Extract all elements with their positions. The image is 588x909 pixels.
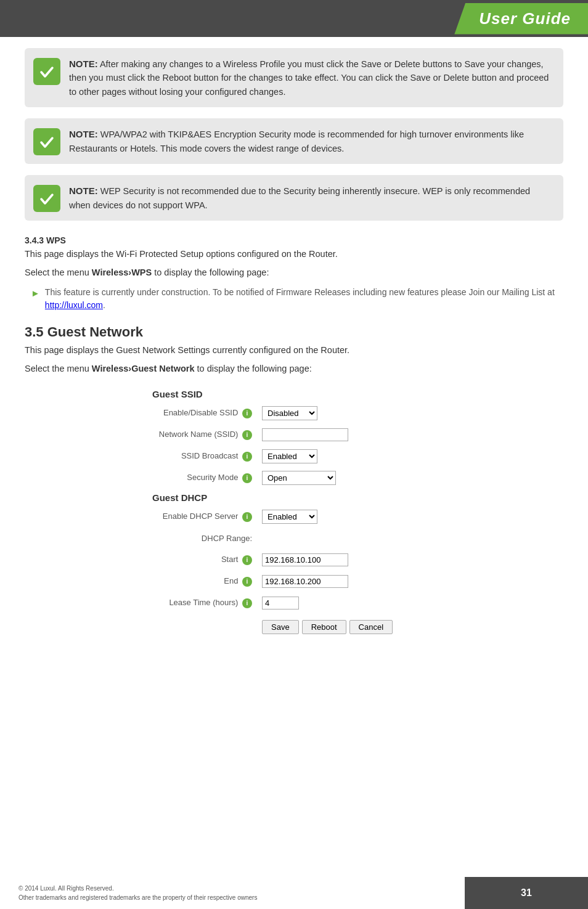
- menu-text-wps: Select the menu: [25, 267, 92, 277]
- note-text-3: NOTE: WEP Security is not recommended du…: [69, 184, 552, 212]
- note-body-1: After making any changes to a Wireless P…: [69, 59, 549, 97]
- label-lease-time: Lease Time (hours) i: [152, 598, 257, 608]
- section-343-number: 3.4.3 WPS: [25, 235, 563, 245]
- note-body-2: WPA/WPA2 with TKIP&AES Encryption Securi…: [69, 129, 524, 153]
- info-icon-security-mode[interactable]: i: [242, 473, 252, 483]
- footer-trademark: Other trademarks and registered trademar…: [18, 893, 446, 902]
- label-enable-ssid: Enable/Disable SSID i: [152, 408, 257, 418]
- form-row-enable-dhcp: Enable DHCP Server i Enabled Disabled: [152, 508, 436, 525]
- footer-page-number: 31: [521, 887, 532, 899]
- label-ssid-broadcast: SSID Broadcast i: [152, 451, 257, 462]
- luxul-link[interactable]: http://luxul.com: [45, 300, 103, 310]
- form-row-security-mode: Security Mode i Open WEP WPA WPA2: [152, 469, 436, 486]
- select-enable-ssid[interactable]: Disabled Enabled: [262, 406, 317, 420]
- note-box-1: NOTE: After making any changes to a Wire…: [25, 48, 563, 107]
- form-row-ssid-name: Network Name (SSID) i: [152, 426, 436, 443]
- section-35-heading: 3.5 Guest Network: [25, 324, 563, 340]
- page-title: User Guide: [479, 9, 571, 28]
- input-lease-time[interactable]: [262, 597, 299, 609]
- input-ssid-name[interactable]: [262, 428, 348, 441]
- info-icon-enable-dhcp[interactable]: i: [242, 512, 252, 522]
- footer-right: 31: [465, 877, 588, 909]
- form-row-dhcp-range-label: DHCP Range:: [152, 529, 436, 547]
- control-ssid-broadcast: Enabled Disabled: [262, 449, 317, 463]
- form-row-dhcp-start: Start i: [152, 551, 436, 568]
- note-icon-3: [33, 185, 60, 212]
- menu-text-gn: Select the menu: [25, 364, 92, 373]
- form-container: Guest SSID Enable/Disable SSID i Disable…: [25, 386, 563, 634]
- label-ssid-name: Network Name (SSID) i: [152, 430, 257, 440]
- select-ssid-broadcast[interactable]: Enabled Disabled: [262, 449, 317, 463]
- wps-bullet: ► This feature is currently under constr…: [31, 286, 563, 312]
- note-text-1: NOTE: After making any changes to a Wire…: [69, 57, 552, 99]
- input-dhcp-start[interactable]: [262, 553, 348, 566]
- note-label-3: NOTE:: [69, 185, 98, 196]
- form-row-dhcp-end: End i: [152, 573, 436, 590]
- form-row-lease-time: Lease Time (hours) i: [152, 594, 436, 611]
- label-security-mode: Security Mode i: [152, 473, 257, 483]
- wps-bullet-text: This feature is currently under construc…: [45, 286, 563, 312]
- control-enable-dhcp: Enabled Disabled: [262, 510, 317, 524]
- footer-copy: © 2014 Luxul. All Rights Reserved.: [18, 884, 446, 893]
- page-footer: © 2014 Luxul. All Rights Reserved. Other…: [0, 877, 588, 909]
- menu-bold-gn: Wireless›Guest Network: [92, 364, 195, 373]
- control-dhcp-end: [262, 575, 348, 588]
- menu-suffix-wps: to display the following page:: [152, 267, 269, 277]
- control-lease-time: [262, 597, 299, 609]
- input-dhcp-end[interactable]: [262, 575, 348, 588]
- cancel-button[interactable]: Cancel: [349, 620, 393, 634]
- info-icon-dhcp-end[interactable]: i: [242, 577, 252, 587]
- note-icon-2: [33, 128, 60, 155]
- page-header: User Guide: [0, 0, 588, 37]
- menu-suffix-gn: to display the following page:: [195, 364, 312, 373]
- form-row-ssid-broadcast: SSID Broadcast i Enabled Disabled: [152, 447, 436, 465]
- info-icon-ssid-name[interactable]: i: [242, 430, 252, 440]
- note-box-3: NOTE: WEP Security is not recommended du…: [25, 175, 563, 221]
- reboot-button[interactable]: Reboot: [302, 620, 346, 634]
- guest-dhcp-title: Guest DHCP: [152, 492, 436, 503]
- info-icon-lease-time[interactable]: i: [242, 598, 252, 608]
- main-content: NOTE: After making any changes to a Wire…: [0, 37, 588, 683]
- select-security-mode[interactable]: Open WEP WPA WPA2: [262, 471, 336, 485]
- footer-left: © 2014 Luxul. All Rights Reserved. Other…: [0, 879, 465, 907]
- label-enable-dhcp: Enable DHCP Server i: [152, 512, 257, 522]
- select-enable-dhcp[interactable]: Enabled Disabled: [262, 510, 317, 524]
- note-label-2: NOTE:: [69, 129, 98, 139]
- control-ssid-name: [262, 428, 348, 441]
- label-dhcp-end: End i: [152, 576, 257, 587]
- info-icon-dhcp-start[interactable]: i: [242, 555, 252, 565]
- form-buttons: Save Reboot Cancel: [262, 620, 436, 634]
- section-343-menu-ref: Select the menu Wireless›WPS to display …: [25, 266, 563, 280]
- label-dhcp-start: Start i: [152, 555, 257, 565]
- note-icon-1: [33, 58, 60, 85]
- label-dhcp-range: DHCP Range:: [152, 534, 257, 543]
- header-title-box: User Guide: [454, 3, 588, 35]
- form-table: Guest SSID Enable/Disable SSID i Disable…: [152, 386, 436, 634]
- form-row-enable-ssid: Enable/Disable SSID i Disabled Enabled: [152, 404, 436, 422]
- control-security-mode: Open WEP WPA WPA2: [262, 471, 336, 485]
- note-box-2: NOTE: WPA/WPA2 with TKIP&AES Encryption …: [25, 118, 563, 164]
- info-icon-ssid-broadcast[interactable]: i: [242, 452, 252, 462]
- note-body-3: WEP Security is not recommended due to t…: [69, 186, 530, 210]
- save-button[interactable]: Save: [262, 620, 299, 634]
- menu-bold-wps: Wireless›WPS: [92, 267, 152, 277]
- note-label-1: NOTE:: [69, 59, 98, 69]
- control-dhcp-start: [262, 553, 348, 566]
- control-enable-ssid: Disabled Enabled: [262, 406, 317, 420]
- guest-ssid-title: Guest SSID: [152, 389, 436, 399]
- section-343-body1: This page displays the Wi-Fi Protected S…: [25, 248, 563, 261]
- section-35-menu-ref: Select the menu Wireless›Guest Network t…: [25, 362, 563, 376]
- section-35-body1: This page displays the Guest Network Set…: [25, 344, 563, 357]
- note-text-2: NOTE: WPA/WPA2 with TKIP&AES Encryption …: [69, 127, 552, 155]
- bullet-arrow-icon: ►: [31, 287, 40, 301]
- info-icon-enable-ssid[interactable]: i: [242, 409, 252, 418]
